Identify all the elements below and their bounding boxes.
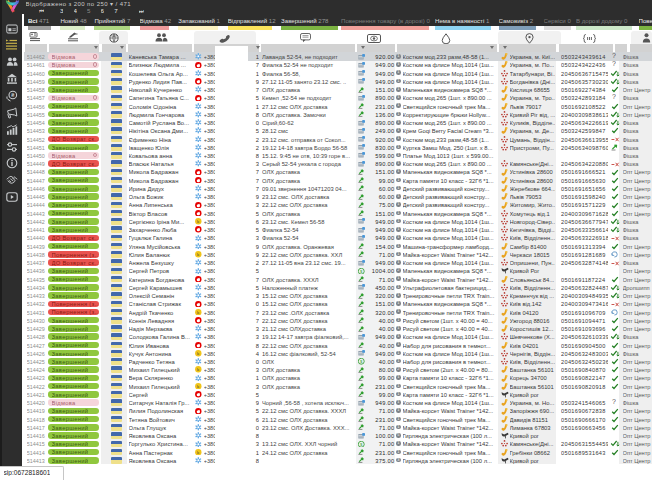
svg-text:₴: ₴ bbox=[11, 92, 15, 98]
svg-text:$: $ bbox=[360, 442, 363, 447]
svg-text:lc: lc bbox=[197, 253, 200, 257]
svg-text:$: $ bbox=[360, 359, 363, 364]
svg-text:lc: lc bbox=[197, 385, 200, 389]
svg-text:lc: lc bbox=[197, 352, 200, 356]
svg-text:lc: lc bbox=[197, 310, 200, 314]
svg-text:lc: lc bbox=[197, 368, 200, 372]
svg-text:lc: lc bbox=[197, 451, 200, 455]
svg-text:$: $ bbox=[360, 269, 363, 274]
svg-text:lc: lc bbox=[197, 220, 200, 224]
